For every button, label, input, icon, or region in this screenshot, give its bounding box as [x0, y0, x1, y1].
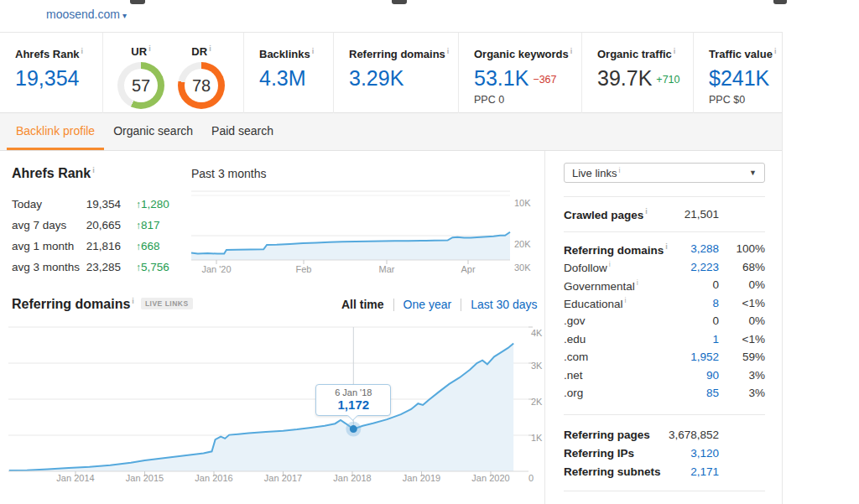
- stat-row: Referring domainsi 3,288 100%: [564, 240, 765, 258]
- ur-donut-gauge: 57: [117, 62, 164, 109]
- tab-paid-search[interactable]: Paid search: [202, 113, 283, 150]
- stat-value[interactable]: 3,120: [669, 447, 719, 460]
- x-tick: Jan 2016: [189, 473, 239, 483]
- rank-row-label: avg 7 days: [12, 219, 82, 231]
- domain-name: moosend.com: [46, 8, 120, 21]
- metric-organic-traffic[interactable]: Organic traffici 39.7K+710: [582, 33, 694, 113]
- info-icon[interactable]: i: [209, 44, 211, 53]
- info-icon[interactable]: i: [609, 260, 611, 268]
- rank-row: avg 3 months 23,285 ↑5,756: [12, 257, 221, 278]
- rank-row-delta: 1,280: [141, 198, 169, 210]
- info-icon[interactable]: i: [618, 166, 620, 174]
- rank-trend-area: [191, 232, 510, 260]
- stat-row: Referring IPs 3,120: [564, 444, 765, 463]
- rank-row: avg 7 days 20,665 ↑817: [12, 215, 221, 236]
- stat-label: Dofollow: [564, 262, 607, 274]
- data-point[interactable]: [350, 425, 357, 433]
- section-tabbar: Backlink profile Organic search Paid sea…: [0, 113, 783, 151]
- info-icon[interactable]: i: [132, 297, 134, 305]
- stat-pct: 100%: [719, 242, 765, 255]
- stat-value[interactable]: 1,952: [669, 351, 719, 363]
- tab-backlink-profile[interactable]: Backlink profile: [7, 113, 104, 150]
- info-icon[interactable]: i: [674, 47, 676, 55]
- stat-row: .gov 0 0%: [564, 312, 765, 330]
- rank-row: Today 19,354 ↑1,280: [12, 194, 221, 215]
- stat-value[interactable]: 8: [669, 297, 719, 309]
- x-tick: Jan 2020: [466, 473, 516, 483]
- rank-row-value: 23,285: [82, 261, 121, 273]
- range-last-30-days[interactable]: Last 30 days: [461, 298, 546, 311]
- tab-organic-search[interactable]: Organic search: [104, 113, 202, 150]
- stat-label: Crawled pages: [564, 208, 643, 221]
- tooltip-value: 1,172: [316, 397, 390, 412]
- ur-value: 57: [117, 62, 164, 109]
- info-icon[interactable]: i: [312, 47, 315, 55]
- info-icon[interactable]: i: [665, 242, 668, 251]
- metric-ahrefs-rank[interactable]: Ahrefs Ranki 19,354: [0, 33, 103, 113]
- metric-label: Ahrefs Rank: [15, 48, 80, 60]
- domain-selector[interactable]: moosend.com▾: [46, 8, 127, 21]
- info-icon[interactable]: i: [81, 47, 84, 55]
- stat-label: Referring pages: [564, 429, 669, 441]
- stat-value[interactable]: 3,288: [669, 242, 719, 255]
- info-icon[interactable]: i: [92, 166, 95, 174]
- y-tick: 30K: [514, 262, 531, 273]
- rank-row-value: 20,665: [82, 219, 121, 231]
- cutoff-element: [773, 0, 787, 4]
- stat-pct: <1%: [719, 333, 765, 346]
- referring-domains-area: [9, 343, 513, 471]
- metric-referring-domains[interactable]: Referring domainsi 3.29K: [334, 33, 459, 113]
- dropdown-label: Live links: [572, 167, 617, 179]
- info-icon[interactable]: i: [570, 47, 573, 55]
- stat-row: .org 85 3%: [564, 384, 765, 403]
- metric-delta: −367: [533, 74, 556, 86]
- info-icon[interactable]: i: [447, 47, 450, 55]
- stat-row: .com 1,952 59%: [564, 348, 765, 366]
- ur-donut-block[interactable]: URi 57: [112, 44, 170, 109]
- live-links-dropdown[interactable]: Live linksi ▼: [564, 163, 765, 183]
- rank-row-value: 19,354: [82, 198, 121, 210]
- ahrefs-site-explorer-page: moosend.com▾ Ahrefs Ranki 19,354 URi 57 …: [0, 0, 859, 504]
- chart-tooltip: 6 Jan '18 1,172: [315, 384, 391, 416]
- stat-row: Referring pages 3,678,852: [564, 426, 765, 444]
- metric-value: 4.3M: [259, 66, 333, 91]
- dr-value: 78: [178, 62, 225, 109]
- metric-organic-keywords[interactable]: Organic keywordsi 53.1K−367 PPC 0: [459, 33, 582, 113]
- rank-trend-chart[interactable]: [191, 190, 512, 265]
- range-one-year[interactable]: One year: [394, 298, 461, 311]
- info-icon[interactable]: i: [645, 207, 648, 216]
- stat-value[interactable]: 2,171: [669, 465, 719, 478]
- referring-domains-chart[interactable]: [0, 322, 545, 486]
- stat-value[interactable]: 85: [669, 387, 719, 399]
- stat-label: .edu: [564, 333, 669, 346]
- info-icon[interactable]: i: [774, 47, 777, 55]
- select-caret-icon: ▼: [749, 169, 757, 177]
- info-icon[interactable]: i: [148, 44, 151, 53]
- live-links-badge: LIVE LINKS: [141, 298, 193, 309]
- metric-delta: +710: [656, 74, 679, 86]
- info-icon[interactable]: i: [625, 296, 627, 304]
- y-tick: 0: [528, 473, 534, 483]
- stat-pct: 3%: [719, 369, 765, 382]
- range-all-time[interactable]: All time: [332, 298, 393, 311]
- y-tick: 3K: [531, 361, 542, 371]
- dr-donut-gauge: 78: [178, 62, 225, 109]
- referring-totals: Referring pages 3,678,852 Referring IPs …: [564, 426, 766, 481]
- metric-label: Backlinks: [259, 48, 310, 60]
- stat-value: 21,501: [669, 208, 719, 221]
- ppc-note: PPC 0: [474, 94, 581, 106]
- stat-value[interactable]: 90: [669, 369, 719, 382]
- stat-value[interactable]: 1: [669, 333, 719, 346]
- dr-donut-block[interactable]: DRi 78: [172, 44, 231, 109]
- metric-backlinks[interactable]: Backlinksi 4.3M: [244, 33, 334, 113]
- info-icon[interactable]: i: [637, 278, 638, 287]
- stat-pct: 68%: [719, 261, 765, 273]
- metric-traffic-value[interactable]: Traffic valuei $241K PPC $0: [694, 33, 783, 113]
- stat-value[interactable]: 2,223: [669, 261, 719, 273]
- metrics-bar: Ahrefs Ranki 19,354 URi 57 DRi 78 Backli…: [0, 32, 783, 113]
- stat-label: .gov: [564, 314, 669, 327]
- stat-row: Dofollowi 2,223 68%: [564, 258, 765, 277]
- metric-label: Organic keywords: [474, 48, 569, 60]
- stat-row: Educationali 8 <1%: [564, 294, 765, 313]
- stat-label: Referring domains: [564, 243, 664, 256]
